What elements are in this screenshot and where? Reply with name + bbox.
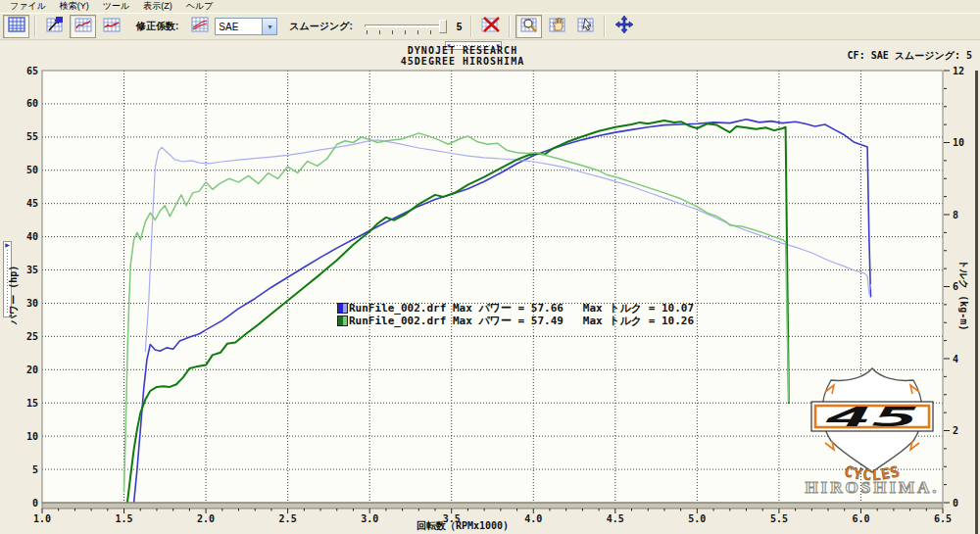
window-edge xyxy=(975,71,978,534)
graph-curve-button[interactable] xyxy=(70,15,96,38)
chart-legend: RunFile_002.drf Max パワー = 57.66 Max トルク … xyxy=(337,302,694,327)
legend-swatch-run1 xyxy=(337,303,348,314)
correction-curves-icon xyxy=(191,16,209,37)
y-left-tick-label: 30 xyxy=(26,298,38,309)
y-left-tick-label: 0 xyxy=(32,498,38,509)
toolbar-separator xyxy=(34,16,36,37)
y-right-tick-label: 12 xyxy=(953,66,964,76)
y-left-tick-label: 15 xyxy=(26,398,38,409)
move-cross-icon xyxy=(614,15,634,38)
legend-text-run2: RunFile_002.drf Max パワー = 57.49 Max トルク … xyxy=(349,314,694,328)
hand-icon xyxy=(549,16,566,37)
red-x-icon xyxy=(481,16,501,37)
grid-icon xyxy=(8,16,25,37)
menu-bar: ファイル 検索(Y) ツール 表示(Z) ヘルプ xyxy=(0,0,980,13)
toolbar: 修正係数: SAE ▼ スムージング: 5 xyxy=(0,13,980,40)
menu-file[interactable]: ファイル xyxy=(4,0,52,13)
chart-panel: ▼ ▼ DYNOJET RESEARCH 45DEGREE HIROSHIMA … xyxy=(0,41,980,534)
smoothing-slider[interactable] xyxy=(365,19,447,34)
pan-button[interactable] xyxy=(544,15,570,38)
toolbar-separator xyxy=(470,16,472,37)
right-axis-title: トルク (kg-m) xyxy=(956,251,970,339)
y-left-tick-label: 60 xyxy=(26,98,38,109)
menu-help[interactable]: ヘルプ xyxy=(180,0,220,13)
y-left-tick-label: 50 xyxy=(26,165,38,175)
legend-row-run2: RunFile_002.drf Max パワー = 57.49 Max トルク … xyxy=(337,315,694,327)
plot-background xyxy=(42,71,943,503)
y-right-tick-label: 0 xyxy=(953,498,958,509)
zoom-button[interactable] xyxy=(515,15,542,38)
legend-swatch-run2 xyxy=(337,316,348,326)
y-left-tick-label: 40 xyxy=(26,231,38,242)
smoothing-slider-ticks xyxy=(367,30,439,34)
menu-tools[interactable]: ツール xyxy=(97,0,135,13)
graph-arrow-icon xyxy=(46,16,64,37)
y-left-tick-label: 20 xyxy=(26,364,38,375)
clear-graph-button[interactable] xyxy=(477,15,504,38)
menu-view[interactable]: 表示(Z) xyxy=(137,0,178,13)
chevron-down-icon[interactable]: ▼ xyxy=(262,19,276,34)
x-tick-label: 6.5 xyxy=(934,513,952,524)
y-right-tick-label: 10 xyxy=(953,137,964,148)
y-right-tick-label: 4 xyxy=(953,354,958,364)
graph-curve-icon xyxy=(74,16,92,37)
correction-factor-select[interactable]: SAE ▼ xyxy=(215,18,277,35)
left-axis-title: パワー (hp) xyxy=(7,256,21,334)
cursor-icon xyxy=(577,16,595,37)
y-left-tick-label: 45 xyxy=(26,198,38,209)
correction-factor-label: 修正係数: xyxy=(136,20,178,33)
y-right-tick-label: 2 xyxy=(953,425,958,436)
x-axis-bar xyxy=(42,503,943,509)
correction-curves-button[interactable] xyxy=(186,15,213,38)
move-axes-button[interactable] xyxy=(611,15,637,38)
graph-compare-icon xyxy=(103,16,121,37)
y-left-tick-label: 10 xyxy=(26,431,38,442)
menu-search[interactable]: 検索(Y) xyxy=(54,0,95,13)
smoothing-value: 5 xyxy=(457,22,463,32)
dyno-chart: MOTOR 45 CYCLES HIROSHIMA. 1.01.52.02.53… xyxy=(0,41,980,534)
y-left-tick-label: 65 xyxy=(26,66,38,76)
pointer-button[interactable] xyxy=(572,15,599,38)
graph-compare-button[interactable] xyxy=(98,15,124,38)
graph-arrow-button[interactable] xyxy=(41,15,68,38)
bottom-axis-title: 回転数（RPMx1000) xyxy=(0,519,925,533)
y-left-tick-label: 5 xyxy=(32,464,38,475)
magnifier-icon xyxy=(520,16,538,37)
smoothing-slider-thumb[interactable] xyxy=(439,20,447,33)
smoothing-label: スムージング: xyxy=(289,20,353,33)
logo-sub-text: HIROSHIMA. xyxy=(805,478,939,497)
slider-up-arrow-icon[interactable]: ▶ xyxy=(5,242,10,248)
y-left-tick-label: 55 xyxy=(26,131,38,142)
logo-number: 45 xyxy=(825,402,919,432)
correction-factor-value: SAE xyxy=(216,22,262,32)
toolbar-separator xyxy=(509,16,511,37)
y-right-tick-label: 8 xyxy=(953,210,958,220)
smoothing-slider-track[interactable] xyxy=(365,24,447,27)
data-grid-button[interactable] xyxy=(3,15,29,38)
toolbar-separator xyxy=(604,16,606,37)
y-left-tick-label: 35 xyxy=(26,265,38,275)
y-left-tick-label: 25 xyxy=(26,331,38,342)
